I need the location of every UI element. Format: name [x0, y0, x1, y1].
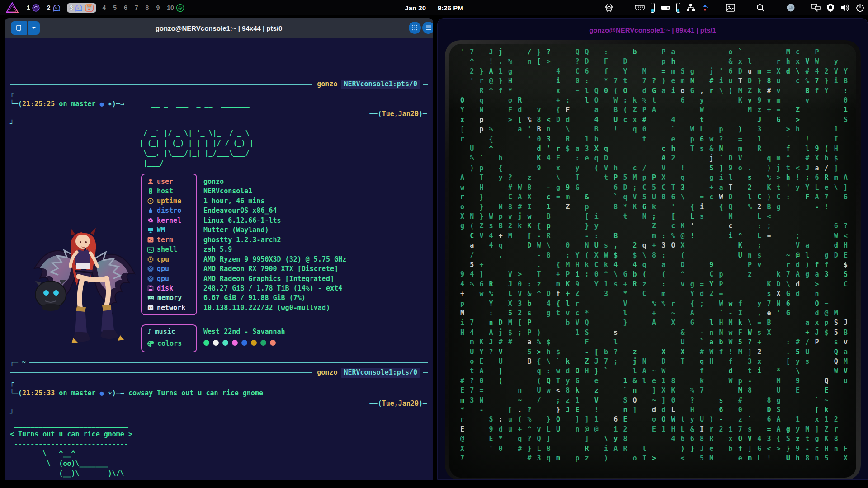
- ghostty-icon: [52, 4, 61, 12]
- fastfetch-row-cpu: cpu: [147, 255, 169, 263]
- cpu-icon[interactable]: [604, 3, 613, 12]
- matrix-column: Q D 6 : l l 1 3 e & p [ } - N ( k ; * Q …: [585, 47, 589, 463]
- camera-icon[interactable]: [786, 3, 795, 12]
- gpu-chip-icon: [147, 276, 154, 282]
- color-dot: [241, 340, 247, 346]
- disk-gauge-icon[interactable]: [660, 4, 670, 11]
- volume-icon[interactable]: [840, 4, 850, 12]
- ghostty-icon: [75, 4, 83, 12]
- traffic-arrows-icon[interactable]: [701, 3, 708, 12]
- workspace-3[interactable]: 3CRT: [67, 3, 97, 13]
- workspace-9[interactable]: 9: [155, 3, 161, 12]
- top-bar: 123CRT45678910 Jan 20 9:26 PM: [0, 0, 868, 15]
- workspace-number: 7: [135, 4, 138, 11]
- matrix-column: / n % ' ' z 8 X I w K [ D : & b s P P a …: [527, 47, 531, 463]
- fastfetch-value-memory: 6.67 GiB / 91.88 GiB (7%): [203, 294, 306, 302]
- matrix-column: P p = ) a c A V X C 0 : 3 : a ( : m % X …: [661, 47, 665, 463]
- workspace-5[interactable]: 5: [112, 3, 118, 12]
- kernel-icon: [147, 217, 154, 224]
- workspace-8[interactable]: 8: [144, 3, 151, 12]
- gpu-chip-icon: [147, 266, 154, 272]
- left-window-title: gonzo@NERVconsole1:~ | 94x44 | pts/0: [5, 24, 433, 32]
- fastfetch-label: gpu: [157, 275, 169, 283]
- matrix-column: m } k 9 z J 3 1 R C 2 L : L ; s v y , = …: [757, 47, 761, 463]
- split-grid-button[interactable]: [409, 22, 421, 34]
- fastfetch-row-memory: memory: [147, 294, 182, 302]
- prompt2-date: ──(Tue,Jan20)─: [370, 399, 427, 409]
- matrix-column: 7 ( W B U ! h P 6 ` 8 B , $ 4 \ s s l ? …: [613, 47, 618, 463]
- shield-icon[interactable]: [826, 3, 835, 12]
- workspace-4[interactable]: 4: [101, 3, 107, 12]
- left-terminal-content: gonzo NERVconsole1:pts/0 ┌ └─(21:25:25 o…: [5, 38, 433, 480]
- matrix-column: ` x D T M K ) = m V o ^ K U f I k F 5 M …: [738, 47, 742, 463]
- search-icon[interactable]: [756, 4, 765, 12]
- power-icon[interactable]: [856, 4, 864, 12]
- prompt1-bracket-top: ┌: [10, 89, 14, 99]
- fastfetch-label: colors: [157, 339, 182, 347]
- cwd-label: ~: [22, 477, 26, 480]
- matrix-column: c x \ c Z > h < ! y ; V @ d A d d # 5 y …: [796, 47, 800, 463]
- cpu-chip-icon: [147, 256, 154, 263]
- music-track-value: West 22nd - Savannah: [203, 328, 285, 336]
- fastfetch-row-network: IPnetwork: [147, 304, 185, 312]
- workspace-7[interactable]: 7: [133, 3, 140, 12]
- matrix-column: } r R q N p p ` p T H } } } Z V + ] G w …: [479, 47, 483, 463]
- memory-gauge-icon[interactable]: [635, 4, 645, 12]
- fastfetch-label: WM: [157, 226, 165, 234]
- fastfetch-row-WM: WM: [147, 226, 165, 234]
- fastfetch-label: user: [157, 178, 173, 186]
- cwd-label: ~: [22, 358, 26, 368]
- matrix-column: = 8 # v + q ) % K ) B < ; = K s 7 e B X …: [767, 47, 771, 463]
- matrix-column: l u D Z v M . s 2 l % n P z \ W ? ] 3 t …: [748, 47, 752, 463]
- matrix-column: P W 4 7 f 9 X a 6 L A - f a > n O d x J …: [815, 47, 819, 463]
- workspace-6[interactable]: 6: [123, 3, 129, 12]
- fastfetch-colors-row: colors: [147, 339, 182, 347]
- left-titlebar[interactable]: gonzo@NERVconsole1:~ | 94x44 | pts/0: [5, 18, 433, 38]
- fastfetch-value-shell: zsh 5.9: [203, 245, 232, 253]
- matrix-column: V # % B v ! l # J ; Y F a l ) g a + / U …: [805, 47, 809, 463]
- new-tab-button[interactable]: [11, 21, 27, 35]
- fastfetch-row-user: user: [147, 178, 173, 186]
- matrix-column: Q ? C 0 ~ a : y T G Y H i 9 Z r c V 1 O …: [575, 47, 579, 463]
- matrix-column: 4 i x + { D r E x \ g = { + m f { t $ ` …: [556, 47, 560, 463]
- fastfetch-label: disk: [157, 284, 173, 292]
- workspace-number: 9: [156, 4, 160, 11]
- terminal-window-right: gonzo@NERVconsole1:~ | 89x41 | pts/1 ' Q…: [437, 18, 868, 480]
- color-dot: [222, 340, 228, 346]
- disk-bar[interactable]: [676, 3, 680, 13]
- workspace-number: 8: [146, 4, 149, 11]
- memory-bar[interactable]: [651, 3, 655, 13]
- prompt1-line: └─(21:25:25 on master ● ✶)─→: [10, 99, 124, 109]
- right-titlebar[interactable]: gonzo@NERVconsole1:~ | 89x41 | pts/1: [438, 19, 868, 41]
- clock-time: 9:26 PM: [438, 4, 463, 12]
- matrix-column: 2 } Y ( b / R e 7 ! g f 3 ~ @ p $ Q E ~ …: [825, 47, 829, 463]
- menu-button[interactable]: [422, 22, 433, 34]
- fastfetch-label: host: [157, 187, 173, 195]
- fastfetch-label: network: [157, 304, 185, 312]
- fastfetch-value-WM: Mutter (Wayland): [203, 226, 269, 234]
- crt-icon: CRT: [85, 4, 94, 12]
- fastfetch-value-network: 10.138.110.222/32 (wg0-mullvad): [203, 304, 330, 312]
- shell-icon: [147, 247, 154, 253]
- grid-icon: [412, 25, 418, 31]
- fastfetch-label: term: [157, 236, 173, 244]
- fastfetch-row-term: term: [147, 236, 173, 244]
- tab-dropdown-button[interactable]: [28, 21, 40, 35]
- workspace-number: 5: [113, 4, 117, 11]
- displays-icon[interactable]: [811, 4, 821, 12]
- matrix-column: Q O a 4 B h X q ( i y : U X C 0 Y [ J } …: [594, 47, 599, 463]
- cwd-rule-2: ┌─ ~: [10, 358, 428, 368]
- workspace-number: 3: [70, 4, 73, 11]
- workspace-2[interactable]: 2: [46, 3, 62, 13]
- matrix-column: j # r w & j S g + c 9 C Y 2 l n a W H ) …: [709, 47, 713, 463]
- fastfetch-value-distro: EndeavourOS x86_64: [203, 206, 277, 215]
- network-nodes-icon[interactable]: [686, 4, 695, 12]
- new-tab-icon: [15, 24, 23, 32]
- distro-triangle-logo[interactable]: [5, 2, 19, 14]
- chevron-down-icon: [32, 27, 36, 30]
- workspace-1[interactable]: 1: [25, 3, 41, 13]
- prompt2-header-rule: gonzo NERVconsole1:pts/0: [10, 368, 428, 378]
- workspace-10[interactable]: 10: [165, 3, 186, 13]
- fastfetch-value-kernel: Linux 6.12.66-1-lts: [203, 216, 281, 225]
- screenshot-icon[interactable]: [726, 4, 735, 12]
